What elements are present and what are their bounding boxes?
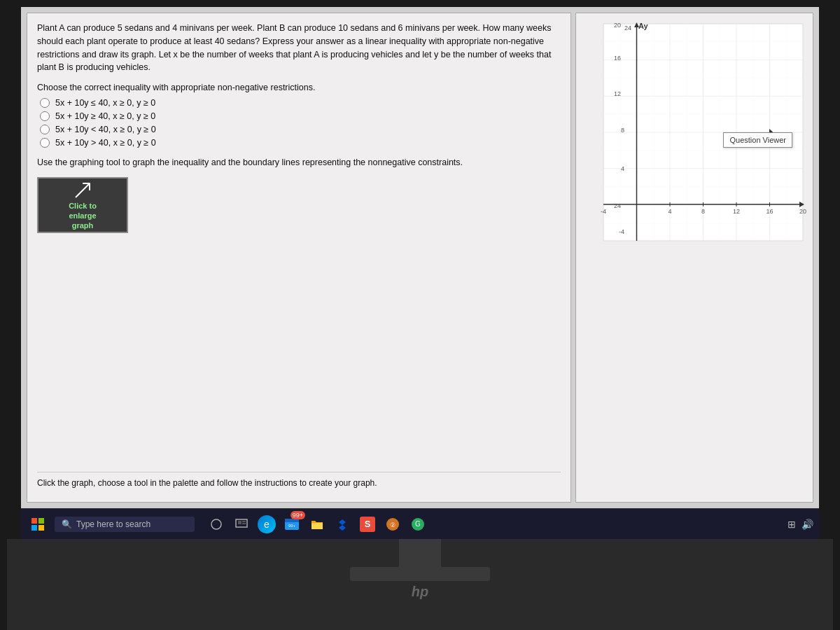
- taskbar-center: e 99+ 99+: [206, 514, 428, 535]
- question-text: Plant A can produce 5 sedans and 4 miniv…: [37, 22, 561, 74]
- svg-marker-63: [339, 519, 346, 531]
- svg-point-54: [211, 519, 221, 529]
- svg-text:16: 16: [614, 55, 621, 62]
- svg-text:12: 12: [614, 90, 621, 97]
- svg-text:24: 24: [624, 24, 631, 31]
- svg-rect-57: [242, 521, 246, 522]
- dropbox-icon: [335, 517, 349, 531]
- content-area: Plant A can produce 5 sedans and 4 miniv…: [21, 7, 819, 508]
- choose-label: Choose the correct inequality with appro…: [37, 83, 561, 92]
- notification-badge: 99+: [290, 511, 305, 519]
- radio-opt2[interactable]: [40, 111, 50, 121]
- svg-text:99+: 99+: [288, 524, 296, 528]
- s-app-button[interactable]: S: [357, 514, 378, 535]
- dropbox-button[interactable]: [332, 514, 353, 535]
- graph-thumbnail-label: Click toenlargegraph: [69, 201, 97, 231]
- taskview-button[interactable]: [206, 514, 227, 535]
- taskview-icon: [210, 518, 223, 531]
- monitor-stand-base: [350, 567, 490, 581]
- start-button[interactable]: [27, 513, 49, 536]
- svg-rect-52: [31, 525, 37, 531]
- desktop-button[interactable]: [231, 514, 252, 535]
- svg-text:8: 8: [621, 127, 624, 134]
- taskbar-right: ⊞ 🔊: [788, 519, 813, 530]
- graph-thumbnail[interactable]: Click toenlargegraph: [37, 177, 128, 233]
- folder-icon: [310, 517, 324, 531]
- svg-text:20: 20: [614, 22, 621, 29]
- monitor-stand-neck: [399, 539, 441, 567]
- radio-opt3[interactable]: [40, 125, 50, 134]
- svg-text:②: ②: [390, 522, 396, 528]
- screen: Plant A can produce 5 sedans and 4 miniv…: [21, 7, 819, 539]
- svg-rect-58: [242, 523, 246, 524]
- svg-text:24: 24: [614, 202, 621, 209]
- radio-opt1[interactable]: [40, 98, 50, 108]
- svg-text:4: 4: [621, 165, 624, 172]
- svg-text:20: 20: [799, 208, 806, 215]
- edge-button[interactable]: e: [256, 514, 277, 535]
- option-4-label: 5x + 10y > 40, x ≥ 0, y ≥ 0: [55, 138, 156, 148]
- hp-logo: hp: [412, 584, 428, 600]
- green-app-icon: G: [410, 517, 426, 532]
- circle-app-icon: ②: [385, 517, 400, 532]
- svg-rect-50: [31, 518, 37, 524]
- option-1-label: 5x + 10y ≤ 40, x ≥ 0, y ≥ 0: [55, 98, 155, 108]
- svg-rect-53: [38, 525, 44, 531]
- svg-rect-62: [312, 523, 323, 529]
- question-viewer-box: Question Viewer: [723, 132, 792, 148]
- bottom-instruction: Click the graph, choose a tool in the pa…: [37, 472, 561, 493]
- svg-text:8: 8: [701, 208, 705, 215]
- svg-rect-51: [38, 518, 44, 524]
- graph-container[interactable]: Ay 4 8 12 16 20 24 4 8: [582, 20, 806, 258]
- svg-text:12: 12: [733, 208, 740, 215]
- svg-text:16: 16: [766, 208, 773, 215]
- monitor: Plant A can produce 5 sedans and 4 miniv…: [0, 0, 840, 630]
- desktop-icon: [235, 518, 248, 531]
- spacer: [37, 239, 561, 458]
- edge-icon: e: [258, 515, 276, 533]
- windows-icon: [31, 518, 44, 531]
- option-2[interactable]: 5x + 10y ≥ 40, x ≥ 0, y ≥ 0: [40, 111, 561, 121]
- file-manager-button[interactable]: [307, 514, 328, 535]
- svg-rect-56: [238, 521, 241, 524]
- circle-app-button[interactable]: ②: [382, 514, 403, 535]
- enlarge-icon: [72, 180, 93, 201]
- taskbar: 🔍 Type here to search: [21, 508, 819, 539]
- option-2-label: 5x + 10y ≥ 40, x ≥ 0, y ≥ 0: [55, 111, 155, 121]
- s-app-icon: S: [360, 517, 375, 532]
- svg-text:4: 4: [668, 208, 671, 215]
- radio-opt4[interactable]: [40, 138, 50, 148]
- green-app-button[interactable]: G: [407, 514, 428, 535]
- browser-button[interactable]: 99+ 99+: [281, 514, 302, 535]
- bottom-area: hp: [7, 539, 833, 630]
- option-1[interactable]: 5x + 10y ≤ 40, x ≥ 0, y ≥ 0: [40, 98, 561, 108]
- svg-text:G: G: [415, 520, 421, 528]
- left-panel: Plant A can produce 5 sedans and 4 miniv…: [27, 13, 571, 503]
- svg-line-0: [76, 183, 90, 197]
- right-panel: Ay 4 8 12 16 20 24 4 8: [575, 13, 813, 503]
- option-3[interactable]: 5x + 10y < 40, x ≥ 0, y ≥ 0: [40, 125, 561, 134]
- svg-text:-4: -4: [619, 228, 624, 235]
- graphing-instruction: Use the graphing tool to graph the inequ…: [37, 158, 561, 167]
- search-bar[interactable]: 🔍 Type here to search: [55, 517, 195, 532]
- y-axis-label: Ay: [638, 22, 649, 30]
- option-3-label: 5x + 10y < 40, x ≥ 0, y ≥ 0: [55, 125, 156, 134]
- search-icon: 🔍: [62, 519, 72, 529]
- network-icon[interactable]: ⊞: [788, 519, 796, 530]
- options-list: 5x + 10y ≤ 40, x ≥ 0, y ≥ 0 5x + 10y ≥ 4…: [40, 98, 561, 148]
- option-4[interactable]: 5x + 10y > 40, x ≥ 0, y ≥ 0: [40, 138, 561, 148]
- system-icons: ⊞ 🔊: [788, 519, 813, 530]
- search-placeholder: Type here to search: [76, 519, 150, 529]
- volume-icon[interactable]: 🔊: [802, 519, 813, 530]
- question-viewer-label: Question Viewer: [729, 136, 786, 144]
- graph-thumbnail-content: Click toenlargegraph: [69, 180, 97, 231]
- svg-text:-4: -4: [601, 208, 606, 215]
